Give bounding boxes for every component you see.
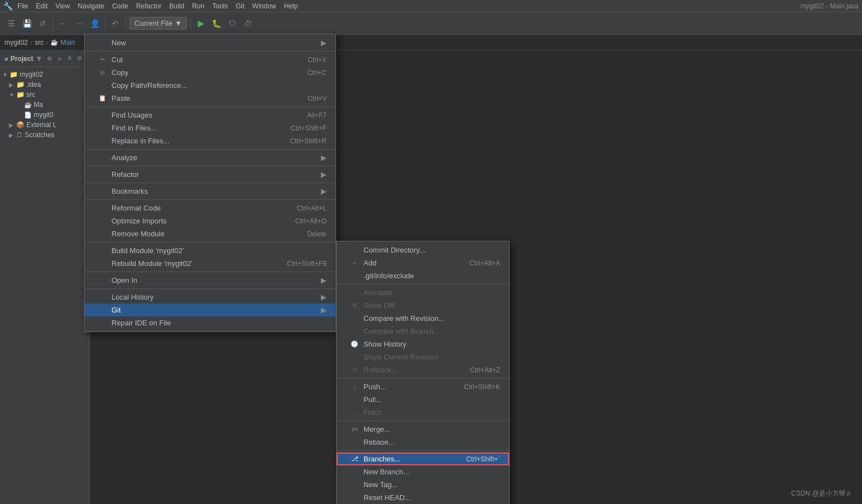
git-item-show-history[interactable]: 🕐 Show History (337, 338, 509, 351)
menu-file[interactable]: File (14, 1, 31, 11)
filter-icon[interactable]: ≛ (65, 54, 74, 63)
git-item-gitinfo[interactable]: .git/info/exclude (337, 269, 509, 282)
ctx-item-open-in[interactable]: Open In ▶ (85, 274, 336, 287)
sidebar-dropdown-icon[interactable]: ▼ (35, 54, 43, 63)
ctx-item-copy-path[interactable]: Copy Path/Reference... (85, 79, 336, 92)
current-file-selector[interactable]: Current File ▼ (129, 17, 187, 30)
git-item-compare-revision[interactable]: Compare with Revision... (337, 312, 509, 325)
git-item-push[interactable]: ↑ Push... Ctrl+Shift+K (337, 380, 509, 393)
project-tree: ▼ 📁 mygit02 ▶ 📁 .idea ▼ 📁 src ☕ Ma (0, 67, 89, 504)
sep3 (125, 18, 126, 29)
tree-label-mygit: mygit0 (34, 111, 53, 119)
locate-icon[interactable]: ⊕ (45, 54, 54, 63)
rollback-shortcut: Ctrl+Alt+Z (470, 366, 500, 374)
ctx-item-new[interactable]: New ▶ (85, 36, 336, 49)
debug-button[interactable]: 🐛 (210, 17, 223, 30)
settings-icon[interactable]: ⚙ (75, 54, 84, 63)
git-label-show-current-rev: Show Current Revision (364, 353, 438, 361)
add-shortcut: Ctrl+Alt+A (469, 259, 500, 267)
git-label-show-history: Show History (364, 340, 407, 348)
vcs-icon[interactable]: 👤 (88, 17, 101, 30)
find-usages-shortcut: Alt+F7 (307, 111, 327, 119)
ctx-item-refactor[interactable]: Refactor ▶ (85, 168, 336, 181)
arrow-icon-open-in: ▶ (321, 276, 327, 284)
ctx-item-local-history[interactable]: Local History ▶ (85, 291, 336, 304)
ctx-label-reformat: Reformat Code (111, 204, 161, 212)
ctx-item-analyze[interactable]: Analyze ▶ (85, 151, 336, 164)
ctx-item-rebuild-module[interactable]: Rebuild Module 'mygit02' Ctrl+Shift+F9 (85, 257, 336, 270)
ctx-label-copy: Copy (111, 68, 128, 77)
git-item-merge[interactable]: ⋈ Merge... (337, 423, 509, 436)
ctx-item-paste[interactable]: 📋 Paste Ctrl+V (85, 92, 336, 105)
menu-help[interactable]: Help (281, 1, 301, 11)
git-label-branches: Branches... (364, 455, 400, 463)
refresh-icon[interactable]: ↺ (36, 17, 49, 30)
ctx-item-bookmarks[interactable]: Bookmarks ▶ (85, 185, 336, 198)
breadcrumb-file[interactable]: Main (60, 39, 75, 46)
git-label-compare-branch: Compare with Branch... (364, 327, 440, 335)
cut-icon: ✂ (98, 56, 107, 63)
menu-code[interactable]: Code (109, 1, 132, 11)
breadcrumb-sep2: › (46, 39, 48, 46)
ctx-item-cut[interactable]: ✂ Cut Ctrl+X (85, 53, 336, 66)
ctx-item-git[interactable]: Git ▶ (85, 304, 336, 316)
breadcrumb-project[interactable]: mygit02 (4, 39, 28, 46)
menu-navigate[interactable]: Navigate (74, 1, 108, 11)
back-icon[interactable]: ← (57, 17, 70, 30)
ctx-item-copy[interactable]: ⎘ Copy Ctrl+C (85, 66, 336, 79)
ctx-item-find-usages[interactable]: Find Usages Alt+F7 (85, 109, 336, 122)
menu-git[interactable]: Git (232, 1, 248, 11)
expand-icon-ext: ▶ (9, 122, 15, 128)
sep1 (53, 18, 53, 29)
tree-item-src[interactable]: ▼ 📁 src (0, 90, 89, 100)
sep-analyze (85, 166, 336, 166)
tree-item-mygit[interactable]: 📄 mygit0 (0, 110, 89, 120)
git-item-commit-dir[interactable]: Commit Directory... (337, 244, 509, 256)
breadcrumb-src[interactable]: src (35, 39, 44, 46)
menu-tools[interactable]: Tools (209, 1, 231, 11)
git-label-gitinfo: .git/info/exclude (364, 272, 414, 280)
collapse-icon[interactable]: ≡ (55, 54, 64, 63)
tree-item-scratches[interactable]: ▶ 🗒 Scratches (0, 130, 89, 140)
save-icon[interactable]: 💾 (20, 17, 34, 30)
ctx-item-build-module[interactable]: Build Module 'mygit02' (85, 244, 336, 257)
git-item-branches[interactable]: ⎇ Branches... Ctrl+Shift+` (337, 452, 509, 465)
tree-item-idea[interactable]: ▶ 📁 .idea (0, 80, 89, 90)
ctx-item-optimize[interactable]: Optimize Imports Ctrl+Alt+O (85, 214, 336, 227)
git-item-new-tag[interactable]: New Tag... (337, 478, 509, 491)
git-item-reset-head[interactable]: Reset HEAD... (337, 491, 509, 504)
menu-run[interactable]: Run (189, 1, 208, 11)
tree-item-external[interactable]: ▶ 📦 External L (0, 120, 89, 130)
ctx-item-find-files[interactable]: Find in Files... Ctrl+Shift+F (85, 122, 336, 134)
git-item-pull[interactable]: Pull... (337, 393, 509, 406)
undo-icon[interactable]: ↶ (109, 17, 122, 30)
remove-module-shortcut: Delete (307, 230, 327, 238)
menu-refactor[interactable]: Refactor (133, 1, 165, 11)
menu-window[interactable]: Window (249, 1, 279, 11)
menu-build[interactable]: Build (166, 1, 188, 11)
sidebar: ■ Project ▼ ⊕ ≡ ≛ ⚙ — ▼ 📁 mygit02 ▶ 📁 . (0, 50, 90, 504)
menu-edit[interactable]: Edit (32, 1, 51, 11)
git-item-rebase[interactable]: Rebase... (337, 436, 509, 449)
git-sep-1 (337, 284, 509, 284)
sep-paste (85, 106, 336, 107)
menu-view[interactable]: View (52, 1, 73, 11)
run-button[interactable]: ▶ (194, 17, 208, 30)
profile-button[interactable]: ⏱ (241, 17, 255, 30)
tree-item-main[interactable]: ☕ Ma (0, 100, 89, 110)
forward-icon[interactable]: → (72, 17, 86, 30)
push-icon: ↑ (350, 384, 359, 390)
coverage-button[interactable]: 🛡 (226, 17, 239, 30)
ctx-item-replace-files[interactable]: Replace in Files... Ctrl+Shift+R (85, 134, 336, 147)
git-item-add[interactable]: + Add Ctrl+Alt+A (337, 256, 509, 269)
ctx-item-reformat[interactable]: Reformat Code Ctrl+Alt+L (85, 202, 336, 214)
ctx-item-repair-ide[interactable]: Repair IDE on File (85, 316, 336, 329)
tree-item-root[interactable]: ▼ 📁 mygit02 (0, 69, 89, 80)
hamburger-icon[interactable]: ☰ (4, 17, 18, 30)
ctx-label-local-history: Local History (111, 293, 153, 301)
git-item-new-branch[interactable]: New Branch... (337, 465, 509, 478)
ctx-label-refactor: Refactor (111, 170, 139, 179)
git-sep-2 (337, 378, 509, 379)
expand-icon-idea: ▶ (9, 82, 15, 88)
ctx-item-remove-module[interactable]: Remove Module Delete (85, 227, 336, 240)
